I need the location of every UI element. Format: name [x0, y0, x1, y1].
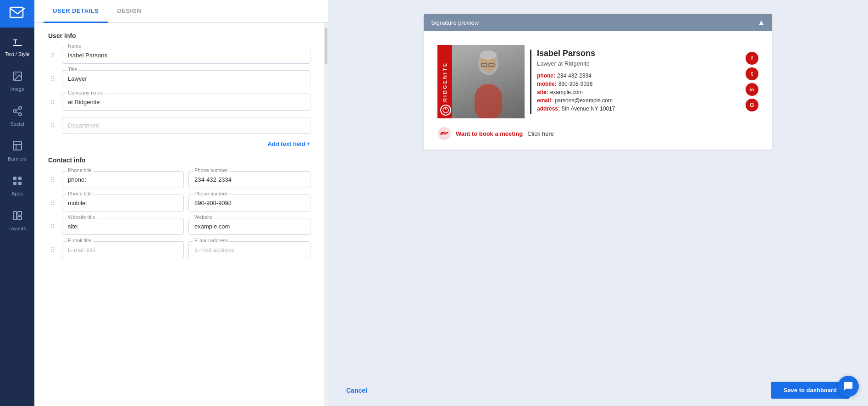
- website-title-label: Website title: [66, 214, 97, 220]
- company-field-row: ⠿ Company name: [48, 94, 310, 111]
- sig-phone-label: phone:: [537, 72, 555, 79]
- name-field-wrap: Name: [62, 47, 310, 64]
- sig-mobile-label: mobile:: [537, 81, 557, 87]
- phone1-title-input[interactable]: [62, 171, 184, 188]
- twitter-icon[interactable]: t: [746, 67, 758, 80]
- sig-email-value: parsons@example.com: [555, 97, 613, 104]
- svg-rect-22: [475, 84, 502, 118]
- sidebar-item-apps[interactable]: Apps: [0, 167, 34, 202]
- svg-text:T: T: [13, 38, 17, 45]
- email-title-wrap: E-mail title: [62, 241, 184, 258]
- signature-preview-title: Signature preview: [431, 19, 479, 26]
- drag-handle[interactable]: ⠿: [48, 122, 57, 129]
- phone1-fields: Phone title Phone number: [62, 171, 310, 188]
- sig-photo-bg: RIDGENITE: [437, 45, 525, 118]
- svg-rect-17: [13, 211, 17, 220]
- sig-banner-link[interactable]: Click here: [527, 130, 554, 137]
- linkedin-icon[interactable]: in: [746, 83, 758, 96]
- name-field-row: ⠿ Name: [48, 47, 310, 64]
- chat-bubble[interactable]: [838, 376, 859, 397]
- sig-photo-block: RIDGENITE: [437, 45, 525, 118]
- phone2-number-input[interactable]: [188, 195, 310, 211]
- phone1-title-label: Phone title: [66, 167, 93, 173]
- department-field-wrap: [62, 117, 310, 134]
- company-label: Company name: [66, 90, 105, 95]
- tab-design[interactable]: DESIGN: [108, 0, 150, 23]
- svg-rect-16: [18, 182, 22, 185]
- svg-rect-19: [18, 217, 22, 220]
- phone2-fields: Phone title Phone number: [62, 195, 310, 211]
- website-field-row: ⠿ Website title Website: [48, 218, 310, 235]
- scroll-thumb: [325, 28, 327, 64]
- form-scrollbar[interactable]: [324, 23, 328, 406]
- app-logo[interactable]: [0, 0, 34, 28]
- email-address-label: E-mail address: [193, 238, 229, 243]
- image-icon: [9, 68, 26, 84]
- svg-rect-14: [18, 177, 22, 180]
- phone2-title-input[interactable]: [62, 195, 184, 211]
- phone2-number-label: Phone number: [193, 191, 229, 196]
- sidebar-item-image[interactable]: Image: [0, 62, 34, 97]
- company-input[interactable]: [62, 94, 310, 111]
- email-title-label: E-mail title: [66, 238, 93, 243]
- svg-point-31: [446, 132, 448, 134]
- drag-handle[interactable]: ⠿: [48, 75, 57, 83]
- department-input[interactable]: [62, 117, 310, 134]
- user-info-title: User info: [48, 32, 310, 39]
- website-url-wrap: Website: [188, 218, 310, 235]
- svg-point-5: [19, 106, 22, 109]
- google-icon[interactable]: G: [746, 99, 758, 111]
- sig-field-phone: phone: 234-432-2334: [537, 72, 740, 79]
- title-input[interactable]: [62, 70, 310, 87]
- form-area: User info ⠿ Name ⠿ Title ⠿: [34, 23, 324, 406]
- svg-line-8: [16, 112, 19, 114]
- sidebar-item-banners[interactable]: Banners: [0, 132, 34, 167]
- sig-content: RIDGENITE: [437, 45, 758, 118]
- sig-mobile-value: 890-908-9098: [558, 81, 593, 87]
- name-input[interactable]: [62, 47, 310, 64]
- website-title-input[interactable]: [62, 218, 184, 235]
- svg-point-30: [441, 132, 443, 134]
- sig-photo-person: [452, 45, 525, 118]
- sig-banner-row: Want to book a meeting Click here: [437, 127, 758, 140]
- sidebar-item-layouts[interactable]: Layouts: [0, 202, 34, 237]
- email-title-input[interactable]: [62, 241, 184, 258]
- svg-rect-13: [13, 177, 17, 180]
- facebook-icon[interactable]: f: [746, 52, 758, 65]
- tab-user-details[interactable]: USER DETAILS: [44, 0, 108, 23]
- svg-point-24: [480, 50, 497, 60]
- social-icon: [9, 103, 26, 119]
- drag-handle[interactable]: ⠿: [48, 52, 57, 59]
- drag-handle[interactable]: ⠿: [48, 99, 57, 106]
- svg-line-9: [16, 109, 19, 111]
- drag-handle[interactable]: ⠿: [48, 176, 57, 184]
- sig-info: Isabel Parsons Lawyer at Ridgenite phone…: [537, 45, 740, 117]
- sidebar-item-text-style[interactable]: T Text / Style: [0, 28, 34, 62]
- email-fields: E-mail title E-mail address: [62, 241, 310, 258]
- drag-handle[interactable]: ⠿: [48, 246, 57, 254]
- signature-card: Signature preview ▲ RIDGENITE: [424, 14, 772, 150]
- title-field-wrap: Title: [62, 70, 310, 87]
- collapse-icon[interactable]: ▲: [757, 18, 765, 27]
- sig-divider: [530, 50, 531, 114]
- drag-handle[interactable]: ⠿: [48, 223, 57, 230]
- contact-info-title: Contact info: [48, 156, 310, 164]
- layouts-icon: [9, 207, 26, 224]
- drag-handle[interactable]: ⠿: [48, 200, 57, 207]
- svg-point-4: [15, 74, 17, 75]
- preview-area: Signature preview ▲ RIDGENITE: [328, 0, 868, 374]
- svg-point-29: [438, 127, 451, 140]
- svg-rect-10: [13, 142, 22, 150]
- main-panel: USER DETAILS DESIGN User info ⠿ Name ⠿ T…: [34, 0, 328, 406]
- svg-point-6: [13, 110, 16, 112]
- sidebar-item-social[interactable]: Social: [0, 97, 34, 132]
- cancel-button[interactable]: Cancel: [346, 387, 367, 394]
- website-url-input[interactable]: [188, 218, 310, 235]
- email-address-input[interactable]: [188, 241, 310, 258]
- add-text-field-button[interactable]: Add text field +: [267, 140, 310, 147]
- handshake-icon: [437, 127, 451, 140]
- phone1-number-label: Phone number: [193, 167, 229, 173]
- sig-job-title: Lawyer at Ridgenite: [537, 60, 740, 67]
- phone1-number-input[interactable]: [188, 171, 310, 188]
- right-panel: Signature preview ▲ RIDGENITE: [328, 0, 868, 406]
